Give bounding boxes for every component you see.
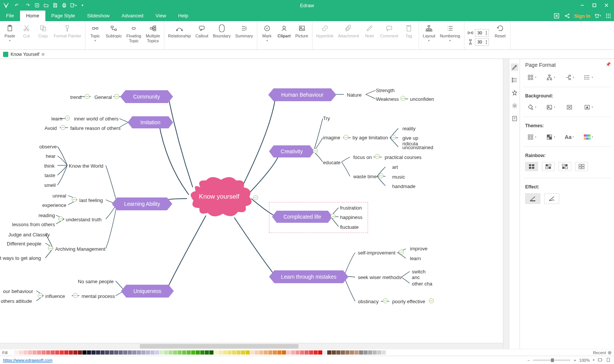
node-frustration[interactable]: frustration <box>340 205 362 211</box>
mark-button[interactable]: Mark <box>259 23 275 49</box>
color-swatch[interactable] <box>300 350 304 355</box>
color-swatch[interactable] <box>268 350 272 355</box>
color-swatch[interactable] <box>336 350 340 355</box>
topic-mistakes[interactable]: Learn through mistakes <box>269 270 348 283</box>
conn[interactable] <box>72 197 77 202</box>
hscroll-thumb[interactable] <box>140 344 298 349</box>
h-spacing-input[interactable]: ▲▼ <box>475 29 489 37</box>
document-tab[interactable]: Know Yourself <box>3 52 45 57</box>
node-reality[interactable]: reality <box>402 126 416 131</box>
topic-learning[interactable]: Learning Ability <box>112 197 172 210</box>
paste-button[interactable]: Paste <box>2 23 18 49</box>
color-swatch[interactable] <box>327 350 331 355</box>
node-nature[interactable]: Nature <box>347 92 362 98</box>
node-wastetime[interactable]: waste time <box>353 174 377 179</box>
zoom-in[interactable]: + <box>574 358 576 362</box>
rainbow-opt-2[interactable] <box>542 162 555 171</box>
conn[interactable] <box>383 298 388 303</box>
color-swatch[interactable] <box>250 350 254 355</box>
color-swatch[interactable] <box>69 350 73 355</box>
color-swatch[interactable] <box>368 350 372 355</box>
clipart-button[interactable]: Clipart <box>275 23 293 49</box>
attachment-button[interactable]: Attachment <box>336 23 362 49</box>
node-mental[interactable]: mental process <box>82 293 115 299</box>
color-swatch[interactable] <box>191 350 195 355</box>
connector-picker[interactable] <box>544 72 557 82</box>
node-think[interactable]: think <box>44 163 54 169</box>
menu-page-style[interactable]: Page Style <box>45 11 81 21</box>
color-swatch[interactable] <box>373 350 377 355</box>
theme-colors[interactable] <box>544 132 557 142</box>
color-swatch[interactable] <box>55 350 59 355</box>
website-link[interactable]: https://www.edrawsoft.com <box>3 358 53 362</box>
color-swatch[interactable] <box>323 350 327 355</box>
canvas-viewport[interactable]: Know yourself trend General learn inner … <box>0 59 503 349</box>
node-obstinacy[interactable]: obstinacy <box>358 299 379 304</box>
subtopic-button[interactable]: Subtopic <box>104 23 124 49</box>
print-button[interactable] <box>60 1 69 10</box>
color-swatch[interactable] <box>51 350 55 355</box>
color-swatch[interactable] <box>350 350 354 355</box>
color-swatch[interactable] <box>246 350 250 355</box>
node-observe[interactable]: observe <box>39 144 57 150</box>
picture-button[interactable]: Picture <box>293 23 310 49</box>
boundary-button[interactable]: Boundary <box>210 23 233 49</box>
color-swatch[interactable] <box>150 350 155 355</box>
color-swatch[interactable] <box>227 350 232 355</box>
conn[interactable] <box>114 94 119 99</box>
topic-complicated[interactable]: Complicated life <box>272 211 333 223</box>
color-swatch[interactable] <box>259 350 263 355</box>
canvas[interactable]: Know yourself trend General learn inner … <box>0 59 435 349</box>
minimize-button[interactable] <box>576 0 588 11</box>
node-smell[interactable]: smell <box>44 182 56 188</box>
rainbow-opt-1[interactable] <box>525 162 538 171</box>
numbering-picker[interactable] <box>582 72 595 82</box>
color-swatch[interactable] <box>91 350 96 355</box>
close-button[interactable] <box>600 0 612 11</box>
color-swatch[interactable] <box>169 350 173 355</box>
color-swatch[interactable] <box>73 350 77 355</box>
node-diffpeople[interactable]: Different people <box>7 241 42 247</box>
node-hear[interactable]: hear <box>46 153 56 159</box>
hyperlink-button[interactable]: Hyperlink <box>314 23 336 49</box>
color-swatch[interactable] <box>255 350 259 355</box>
color-swatch[interactable] <box>277 350 281 355</box>
color-swatch[interactable] <box>23 350 28 355</box>
reset-button[interactable]: Reset <box>492 23 509 49</box>
node-trend[interactable]: trend <box>70 94 82 100</box>
conn[interactable] <box>401 96 405 101</box>
conn[interactable] <box>379 173 384 178</box>
fit-width-icon[interactable] <box>597 357 603 363</box>
node-focuson[interactable]: focus on <box>353 154 372 160</box>
color-swatch[interactable] <box>205 350 209 355</box>
bg-remove[interactable] <box>563 102 576 112</box>
conn[interactable] <box>38 293 43 298</box>
multiple-topics-button[interactable]: Multiple Topics <box>144 23 162 49</box>
node-ourbehaviour[interactable]: our behaviour <box>3 288 33 294</box>
color-swatch[interactable] <box>286 350 291 355</box>
color-swatch[interactable] <box>110 350 114 355</box>
color-swatch[interactable] <box>60 350 64 355</box>
conn[interactable] <box>48 246 53 251</box>
rainbow-opt-4[interactable] <box>575 162 588 171</box>
node-art[interactable]: art <box>392 164 398 170</box>
conn[interactable] <box>65 116 70 120</box>
color-swatch[interactable] <box>14 350 19 355</box>
node-avoid[interactable]: Avoid <box>45 125 57 131</box>
conn[interactable] <box>343 135 348 140</box>
color-swatch[interactable] <box>37 350 41 355</box>
vertical-scrollbar[interactable] <box>503 59 509 349</box>
color-swatch[interactable] <box>123 350 127 355</box>
node-knowworld[interactable]: Know the World <box>69 163 104 169</box>
sidetab-clipart-icon[interactable] <box>511 102 518 110</box>
color-swatch[interactable] <box>82 350 87 355</box>
pin-icon[interactable]: 📌 <box>606 62 611 67</box>
node-improve[interactable]: improve <box>410 246 427 251</box>
summary-button[interactable]: Summary <box>233 23 255 49</box>
color-swatch[interactable] <box>164 350 168 355</box>
node-reading[interactable]: reading <box>39 213 55 218</box>
color-swatch[interactable] <box>273 350 277 355</box>
numbering-button[interactable]: Numbering <box>438 23 462 49</box>
menu-slideshow[interactable]: Slideshow <box>81 11 116 21</box>
sidetab-history-icon[interactable] <box>511 115 518 122</box>
